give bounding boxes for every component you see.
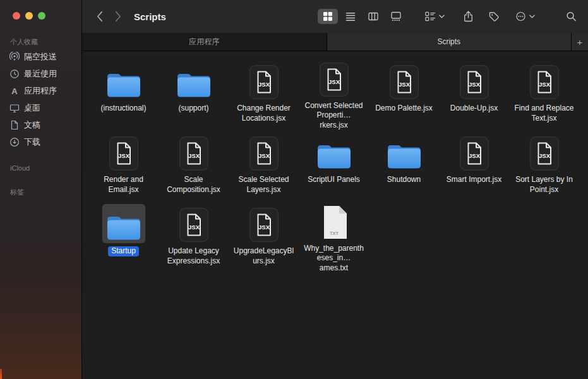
file-label: Double-Up.jsx (447, 104, 501, 114)
tags-button[interactable] (488, 9, 501, 23)
content-area[interactable]: (instructional)(support)JSXChange Render… (82, 51, 588, 379)
file-label: Smart Import.jsx (443, 175, 505, 185)
file-label: (support) (175, 104, 212, 114)
minimize-button[interactable] (25, 12, 33, 20)
search-button[interactable] (565, 9, 578, 23)
list-view-icon (345, 11, 356, 21)
sidebar-item-documents[interactable]: 文稿 (4, 117, 78, 133)
share-button[interactable] (462, 9, 475, 23)
svg-text:JSX: JSX (539, 152, 551, 159)
new-tab-button[interactable]: + (572, 33, 588, 51)
svg-text:JSX: JSX (399, 81, 411, 88)
svg-text:JSX: JSX (258, 152, 270, 159)
close-button[interactable] (13, 12, 20, 20)
jsx-file-icon: JSX (102, 133, 145, 172)
clock-icon (9, 69, 20, 79)
share-icon (463, 11, 474, 22)
svg-text:JSX: JSX (258, 81, 270, 88)
window-controls (0, 0, 81, 33)
folder-icon (102, 61, 145, 100)
sidebar-section-header: 标签 (4, 184, 78, 199)
file-item[interactable]: Shutdown (369, 130, 439, 202)
svg-text:JSX: JSX (188, 224, 200, 231)
chevron-left-icon (96, 11, 103, 22)
toolbar: Scripts (82, 0, 588, 33)
sidebar-item-airdrop[interactable]: 隔空投送 (4, 49, 78, 65)
folder-icon (102, 204, 145, 243)
folder-icon (383, 133, 426, 172)
tab-bar-container: 应用程序Scripts + (82, 33, 588, 51)
chevron-down-icon (529, 15, 535, 18)
file-label: Find and Replace Text.jsx (510, 104, 578, 123)
file-item[interactable]: JSXUpgradeLegacyBlurs.jsx (229, 202, 299, 273)
jsx-file-icon: JSX (523, 61, 566, 100)
sidebar-item-desktop[interactable]: 桌面 (4, 100, 78, 116)
file-label: ScriptUI Panels (304, 175, 363, 185)
forward-button[interactable] (111, 8, 125, 25)
ellipsis-circle-icon (515, 11, 526, 21)
sidebar-item-recents[interactable]: 最近使用 (4, 66, 78, 82)
zoom-button[interactable] (38, 12, 45, 20)
svg-text:JSX: JSX (188, 152, 200, 159)
file-label: Render and Email.jsx (90, 175, 157, 195)
jsx-file-icon: JSX (243, 204, 285, 243)
list-view-button[interactable] (340, 9, 361, 24)
jsx-file-icon: JSX (172, 204, 215, 243)
sidebar-item-downloads[interactable]: 下载 (4, 134, 78, 150)
group-by-button[interactable] (423, 10, 447, 23)
file-item[interactable]: JSXDouble-Up.jsx (439, 59, 509, 130)
chevron-down-icon (439, 15, 445, 18)
icon-view-icon (323, 11, 333, 21)
file-label: Why_the_parentheses_in…ames.txt (300, 244, 368, 274)
file-label: Shutdown (384, 175, 424, 185)
sidebar-list: 个人收藏隔空投送最近使用A应用程序桌面文稿下载iCloud标签 (0, 33, 81, 199)
svg-text:JSX: JSX (469, 152, 481, 159)
jsx-file-icon: JSX (383, 61, 426, 100)
sidebar: 个人收藏隔空投送最近使用A应用程序桌面文稿下载iCloud标签 (0, 0, 82, 379)
jsx-file-icon: JSX (172, 133, 215, 172)
desktop-icon (9, 103, 20, 113)
jsx-file-icon: JSX (243, 61, 285, 100)
search-icon (566, 11, 577, 22)
finder-window: 个人收藏隔空投送最近使用A应用程序桌面文稿下载iCloud标签 Scripts (0, 0, 588, 379)
chevron-right-icon (115, 11, 122, 22)
sidebar-section-header: 个人收藏 (4, 34, 78, 49)
sidebar-item-label: 下载 (24, 136, 40, 148)
file-item[interactable]: JSXSmart Import.jsx (439, 130, 509, 202)
file-item[interactable]: JSXChange Render Locations.jsx (229, 59, 299, 130)
file-item[interactable]: JSXScale Composition.jsx (159, 130, 229, 202)
icon-view-button[interactable] (318, 9, 338, 24)
window-title: Scripts (134, 11, 166, 22)
file-label: (instructional) (97, 104, 149, 114)
file-item[interactable]: JSXFind and Replace Text.jsx (509, 59, 579, 130)
column-view-button[interactable] (363, 9, 383, 24)
file-item[interactable]: JSXSort Layers by In Point.jsx (509, 130, 579, 202)
file-item[interactable]: ScriptUI Panels (299, 130, 369, 202)
file-item[interactable]: (instructional) (88, 59, 159, 130)
jsx-file-icon: JSX (453, 61, 496, 100)
file-item[interactable]: JSXRender and Email.jsx (88, 130, 159, 202)
back-button[interactable] (92, 8, 106, 25)
file-item[interactable]: JSXUpdate Legacy Expressions.jsx (159, 202, 229, 273)
view-switcher (318, 9, 406, 24)
file-item[interactable]: JSXScale Selected Layers.jsx (229, 130, 299, 202)
sidebar-item-label: 桌面 (24, 102, 40, 114)
file-item[interactable]: JSXConvert Selected Properti…rkers.jsx (299, 59, 369, 130)
column-view-icon (368, 11, 378, 21)
sidebar-item-applications[interactable]: A应用程序 (4, 83, 78, 99)
more-actions-button[interactable] (513, 10, 537, 23)
gallery-view-button[interactable] (386, 9, 406, 24)
wallpaper-tint (0, 369, 2, 379)
folder-icon (172, 61, 215, 100)
file-item[interactable]: JSXDemo Palette.jsx (369, 59, 439, 130)
file-item[interactable]: (support) (159, 59, 229, 130)
tab-applications[interactable]: 应用程序 (82, 33, 327, 51)
file-item[interactable]: TXTWhy_the_parentheses_in…ames.txt (299, 202, 369, 273)
file-label: Demo Palette.jsx (372, 104, 436, 114)
jsx-file-icon: JSX (453, 133, 496, 172)
file-label: Startup (108, 246, 139, 256)
sidebar-item-label: 最近使用 (24, 68, 57, 80)
tab-scripts[interactable]: Scripts (327, 33, 572, 51)
file-label: UpgradeLegacyBlurs.jsx (230, 246, 297, 266)
file-item[interactable]: Startup (88, 202, 159, 273)
